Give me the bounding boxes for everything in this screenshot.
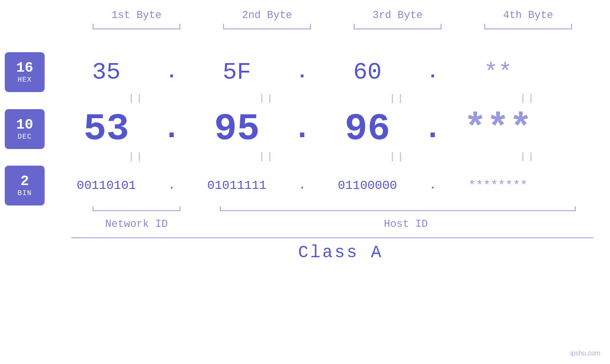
hex-sep-1: . (161, 62, 182, 83)
dec-values: 53 . 95 . 96 . *** (52, 107, 553, 150)
main-container: 1st Byte 2nd Byte 3rd Byte 4th Byte 16 H… (0, 0, 610, 364)
byte-header-1: 1st Byte (71, 9, 202, 21)
dec-sep-2: . (291, 112, 313, 147)
eq-1: || (71, 93, 202, 104)
class-label: Class A (298, 243, 383, 262)
watermark: ipshu.com (570, 349, 601, 357)
byte-headers: 1st Byte 2nd Byte 3rd Byte 4th Byte (71, 9, 610, 21)
bin-row: 2 BIN 00110101 . 01011111 . 01100000 . *… (0, 166, 610, 205)
bin-badge: 2 BIN (5, 166, 45, 205)
eq-2: || (202, 93, 332, 104)
bracket-4 (463, 24, 593, 33)
bracket-3 (332, 24, 463, 33)
bin-sep-1: . (161, 180, 182, 192)
hex-sep-3: . (422, 62, 443, 83)
bin-val-4: ******** (443, 178, 553, 193)
bin-val-2: 01011111 (182, 178, 291, 193)
bracket-2 (202, 24, 332, 33)
hex-badge-num: 16 (16, 60, 33, 76)
bottom-section: Network ID Host ID Class A (71, 210, 610, 262)
dec-sep-1: . (161, 112, 182, 147)
network-id-label: Network ID (71, 218, 202, 230)
bin-values: 00110101 . 01011111 . 01100000 . *******… (52, 178, 553, 193)
class-label-row: Class A (71, 243, 610, 262)
dec-val-2: 95 (182, 107, 291, 150)
eq-4: || (463, 93, 593, 104)
dec-badge-label: DEC (18, 133, 32, 141)
hex-badge: 16 HEX (5, 52, 45, 92)
class-line (71, 237, 593, 238)
eq2-2: || (202, 151, 332, 162)
bin-sep-3: . (422, 180, 443, 192)
bracket-1 (71, 24, 202, 33)
hex-val-3: 60 (313, 59, 422, 86)
dec-sep-3: . (422, 112, 443, 147)
host-bracket-left (220, 206, 221, 211)
hex-val-4: ** (443, 59, 553, 86)
top-brackets (71, 24, 610, 33)
eq2-3: || (332, 151, 463, 162)
dec-row: 10 DEC 53 . 95 . 96 . *** (0, 107, 610, 150)
eq2-1: || (71, 151, 202, 162)
hex-val-1: 35 (52, 59, 161, 86)
bracket-line-3 (354, 28, 441, 29)
host-bracket-container (202, 210, 593, 211)
dec-badge: 10 DEC (5, 109, 45, 149)
bin-val-1: 00110101 (52, 178, 161, 193)
network-bracket-container (71, 210, 202, 211)
host-bracket-line (220, 210, 576, 211)
byte-header-4: 4th Byte (463, 9, 593, 21)
id-labels: Network ID Host ID (71, 218, 610, 230)
bracket-line-4 (484, 28, 572, 29)
eq-3: || (332, 93, 463, 104)
class-section: Class A (71, 237, 610, 262)
equals-row-2: || || || || (71, 151, 610, 162)
network-bracket-left (93, 206, 94, 211)
byte-header-3: 3rd Byte (332, 9, 463, 21)
equals-row-1: || || || || (71, 93, 610, 104)
dec-val-4: *** (443, 107, 553, 150)
hex-row: 16 HEX 35 . 5F . 60 . ** (0, 52, 610, 92)
network-bracket-line (93, 210, 180, 211)
bracket-line-2 (223, 28, 311, 29)
host-id-label: Host ID (202, 218, 610, 230)
bin-val-3: 01100000 (313, 178, 422, 193)
hex-sep-2: . (291, 62, 313, 83)
host-bracket-right (575, 206, 576, 211)
bin-badge-label: BIN (18, 189, 32, 197)
network-bracket-right (179, 206, 180, 211)
bin-badge-num: 2 (20, 174, 29, 189)
hex-badge-label: HEX (18, 76, 32, 84)
bracket-line-1 (93, 28, 180, 29)
bottom-brackets (71, 210, 610, 211)
dec-val-1: 53 (52, 107, 161, 150)
dec-badge-num: 10 (16, 117, 33, 133)
hex-values: 35 . 5F . 60 . ** (52, 59, 553, 86)
byte-header-2: 2nd Byte (202, 9, 332, 21)
hex-val-2: 5F (182, 59, 291, 86)
eq2-4: || (463, 151, 593, 162)
bin-sep-2: . (291, 180, 313, 192)
dec-val-3: 96 (313, 107, 422, 150)
